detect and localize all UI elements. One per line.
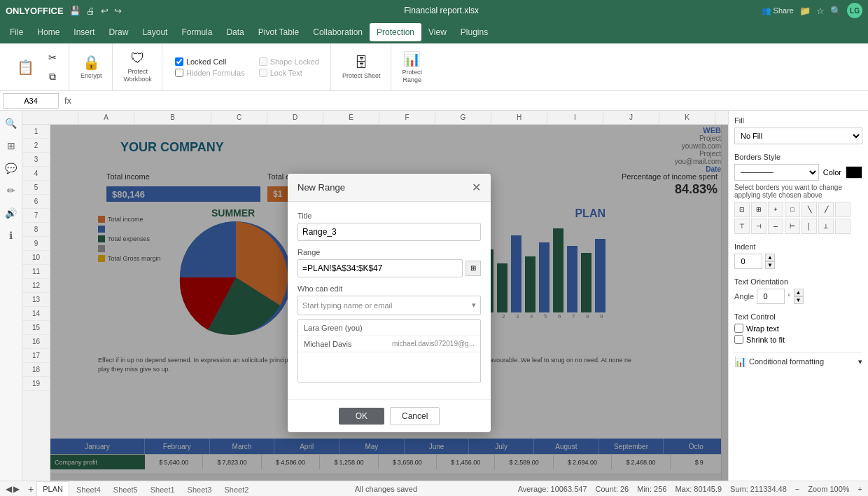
tab-sheet5[interactable]: Sheet5 xyxy=(108,481,144,497)
border-btn-7[interactable] xyxy=(835,202,850,217)
border-btn-center-h[interactable]: ─ xyxy=(768,219,783,234)
cancel-button[interactable]: Cancel xyxy=(390,407,440,425)
protect-sheet-button[interactable]: 🗄 Protect Sheet xyxy=(338,48,385,87)
avatar[interactable]: LG xyxy=(847,3,862,18)
zoom-plus-button[interactable]: + xyxy=(858,485,862,493)
menu-layout[interactable]: Layout xyxy=(135,23,174,41)
tab-sheet4[interactable]: Sheet4 xyxy=(71,481,106,497)
cut-button[interactable]: ✂ xyxy=(42,48,63,67)
who-dropdown[interactable]: Start typing name or email ▾ xyxy=(298,296,481,315)
indent-buttons: ▲ ▼ xyxy=(765,254,775,269)
hidden-formulas-checkbox[interactable] xyxy=(175,69,183,77)
grid-content[interactable]: YOUR COMPANY WEB Project youweb.com Proj… xyxy=(50,125,728,481)
undo-icon[interactable]: ↩ xyxy=(101,6,108,16)
menu-draw[interactable]: Draw xyxy=(102,23,135,41)
borders-section: Borders Style ────── Color Select border… xyxy=(734,153,862,234)
protect-range-button[interactable]: 📊 ProtectRange xyxy=(398,48,427,87)
formula-input[interactable] xyxy=(77,93,865,109)
border-btn-box[interactable]: □ xyxy=(785,202,800,217)
zoom-minus-button[interactable]: − xyxy=(795,485,799,493)
angle-down-button[interactable]: ▼ xyxy=(794,296,804,304)
menu-insert[interactable]: Insert xyxy=(66,23,102,41)
border-btn-left[interactable]: ⊣ xyxy=(751,219,766,234)
border-btn-bottom[interactable]: ⊥ xyxy=(818,219,834,234)
menu-protection[interactable]: Protection xyxy=(370,23,421,41)
cell-reference-input[interactable] xyxy=(3,93,59,109)
add-sheet-button[interactable]: + xyxy=(28,483,34,495)
sidebar-info-icon[interactable]: ℹ xyxy=(6,227,15,244)
border-btn-top[interactable]: ⊤ xyxy=(734,219,750,234)
print-icon[interactable]: 🖨 xyxy=(86,6,95,16)
angle-input[interactable] xyxy=(757,289,785,304)
row-8: 8 xyxy=(22,223,50,237)
border-btn-cross[interactable]: + xyxy=(768,202,783,217)
menu-file[interactable]: File xyxy=(3,23,30,41)
border-btn-14[interactable] xyxy=(835,219,850,234)
protect-sheet-icon: 🗄 xyxy=(354,55,368,71)
col-e: E xyxy=(323,111,379,124)
tab-sheet2[interactable]: Sheet2 xyxy=(218,481,254,497)
border-btn-outer[interactable]: ⊡ xyxy=(734,202,750,217)
menu-data[interactable]: Data xyxy=(219,23,251,41)
search-icon[interactable]: 🔍 xyxy=(830,6,841,16)
sidebar-drawing-icon[interactable]: ✏ xyxy=(4,182,18,199)
status-count: Count: 26 xyxy=(596,485,629,493)
locked-cell-checkbox[interactable] xyxy=(175,57,183,66)
shrink-to-fit-checkbox[interactable] xyxy=(734,335,743,344)
star-icon[interactable]: ☆ xyxy=(816,6,825,16)
save-icon[interactable]: 💾 xyxy=(69,6,80,16)
conditional-formatting-button[interactable]: 📊 Conditional formatting ▾ xyxy=(734,352,862,370)
border-btn-right[interactable]: ⊢ xyxy=(785,219,800,234)
menu-formula[interactable]: Formula xyxy=(174,23,219,41)
indent-down-button[interactable]: ▼ xyxy=(765,261,775,269)
share-icon[interactable]: 👥 Share xyxy=(762,6,794,15)
who-item-1: Michael Davis michael.davis072019@g... xyxy=(298,336,480,352)
copy-button[interactable]: ⧉ xyxy=(42,68,63,86)
sidebar-speaker-icon[interactable]: 🔊 xyxy=(2,205,20,221)
tab-plan[interactable]: PLAN xyxy=(36,481,69,497)
redo-icon[interactable]: ↪ xyxy=(114,6,122,16)
row-19: 19 xyxy=(22,377,50,391)
ok-button[interactable]: OK xyxy=(339,408,384,425)
menu-plugins[interactable]: Plugins xyxy=(454,23,495,41)
paste-button[interactable]: 📋 xyxy=(11,48,39,87)
indent-up-button[interactable]: ▲ xyxy=(765,254,775,261)
text-orientation-section: Text Orientation Angle ° ▲ ▼ xyxy=(734,277,862,304)
border-btn-inner[interactable]: ⊞ xyxy=(751,202,766,217)
borders-row: ────── Color xyxy=(734,164,862,181)
wrap-text-checkbox[interactable] xyxy=(734,324,743,333)
protect-workbook-button[interactable]: 🛡 ProtectWorkbook xyxy=(120,48,156,87)
menu-pivot[interactable]: Pivot Table xyxy=(251,23,306,41)
nav-prev-button[interactable]: ◀ xyxy=(6,484,12,494)
column-headers: A B C D E F G H I J K xyxy=(22,111,728,125)
sidebar-search-icon[interactable]: 🔍 xyxy=(2,115,20,132)
border-btn-backslash[interactable]: ╱ xyxy=(818,202,834,217)
menu-home[interactable]: Home xyxy=(30,23,66,41)
border-btn-center-v[interactable]: │ xyxy=(802,219,817,234)
menu-collaboration[interactable]: Collaboration xyxy=(306,23,370,41)
toolbar-group-clipboard: 📋 ✂ ⧉ xyxy=(6,43,69,90)
range-input[interactable] xyxy=(298,259,463,277)
angle-up-button[interactable]: ▲ xyxy=(794,289,804,296)
nav-next-button[interactable]: ▶ xyxy=(13,484,20,494)
status-sum: Sum: 211334.48 xyxy=(730,485,787,493)
modal-close-button[interactable]: ✕ xyxy=(472,181,481,194)
encrypt-button[interactable]: 🔒 Encrypt xyxy=(76,48,106,87)
borders-style-select[interactable]: ────── xyxy=(734,164,819,181)
save-to-icon[interactable]: 📁 xyxy=(799,6,811,16)
file-name: Financial report.xlsx xyxy=(404,6,479,15)
border-btn-slash[interactable]: ╲ xyxy=(802,202,817,217)
menu-view[interactable]: View xyxy=(421,23,454,41)
indent-input[interactable] xyxy=(734,254,762,269)
sidebar-table-icon[interactable]: ⊞ xyxy=(4,137,18,154)
tab-sheet3[interactable]: Sheet3 xyxy=(182,481,218,497)
range-title-input[interactable] xyxy=(298,223,481,241)
range-picker-icon[interactable]: ⊞ xyxy=(465,261,481,276)
tab-sheet1[interactable]: Sheet1 xyxy=(145,481,181,497)
row-18: 18 xyxy=(22,363,50,377)
fill-select[interactable]: No Fill xyxy=(734,128,862,144)
sidebar-comment-icon[interactable]: 💬 xyxy=(2,160,20,177)
right-sidebar: Fill No Fill Borders Style ────── Color … xyxy=(728,111,868,481)
border-color-box[interactable] xyxy=(846,166,862,179)
user-1-email: michael.davis072019@g... xyxy=(392,340,475,347)
